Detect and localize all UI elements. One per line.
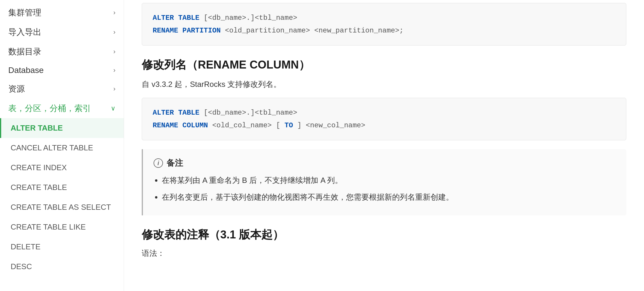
sidebar-item-resources[interactable]: 资源 ›	[0, 79, 124, 99]
sidebar: 集群管理 › 导入导出 › 数据目录 › Database › 资源 › 表，分…	[0, 0, 124, 291]
kw-rename-column: RENAME COLUMN	[153, 121, 208, 129]
param-new-col: <new_col_name>	[306, 121, 366, 129]
sidebar-subitem-cancel-alter-table[interactable]: CANCEL ALTER TABLE	[0, 138, 124, 158]
sidebar-item-resources-label: 资源	[8, 83, 25, 95]
param-old-col: <old_col_name>	[212, 121, 276, 129]
chevron-right-icon: ›	[113, 66, 115, 74]
param-to-close: ]	[297, 121, 306, 129]
param-rename-partition: <old_partition_name> <new_partition_name…	[225, 27, 404, 35]
sidebar-subitem-delete[interactable]: DELETE	[0, 237, 124, 257]
rename-column-description: 自 v3.3.2 起，StarRocks 支持修改列名。	[142, 78, 626, 91]
sidebar-subitem-create-table-like[interactable]: CREATE TABLE LIKE	[0, 217, 124, 237]
sidebar-subitem-create-table-as-select[interactable]: CREATE TABLE AS SELECT	[0, 197, 124, 217]
kw-rename-partition: RENAME PARTITION	[153, 27, 221, 35]
table-comment-heading: 修改表的注释（3.1 版本起）	[142, 227, 626, 242]
info-icon: i	[154, 158, 163, 168]
param-db-tbl-top: [<db_name>.]<tbl_name>	[204, 14, 297, 22]
note-title-text: 备注	[167, 157, 183, 169]
sidebar-subitem-alter-table[interactable]: ALTER TABLE	[0, 118, 124, 138]
param-db-tbl-2: [<db_name>.]<tbl_name>	[204, 109, 297, 117]
rename-column-heading: 修改列名（RENAME COLUMN）	[142, 57, 626, 72]
sidebar-item-data-catalog[interactable]: 数据目录 ›	[0, 42, 124, 61]
sidebar-item-data-catalog-label: 数据目录	[8, 46, 41, 57]
note-callout: i 备注 在将某列由 A 重命名为 B 后，不支持继续增加 A 列。 在列名变更…	[142, 149, 626, 215]
chevron-right-icon: ›	[113, 28, 115, 36]
note-title: i 备注	[154, 157, 616, 169]
sidebar-item-cluster-mgmt[interactable]: 集群管理 ›	[0, 3, 124, 22]
chevron-right-icon: ›	[113, 9, 115, 17]
sidebar-subitem-create-index[interactable]: CREATE INDEX	[0, 158, 124, 178]
sidebar-item-database[interactable]: Database ›	[0, 61, 124, 79]
kw-alter-2: ALTER TABLE	[153, 109, 199, 117]
sidebar-item-cluster-mgmt-label: 集群管理	[8, 7, 41, 18]
code-block-rename-column: ALTER TABLE [<db_name>.]<tbl_name> RENAM…	[142, 98, 626, 140]
sidebar-item-table-partition-label: 表，分区，分桶，索引	[8, 103, 91, 114]
main-content: ALTER TABLE [<db_name>.]<tbl_name> RENAM…	[124, 0, 644, 291]
note-bullet-1: 在将某列由 A 重命名为 B 后，不支持继续增加 A 列。	[162, 173, 616, 187]
chevron-right-icon: ›	[113, 48, 115, 56]
sidebar-item-database-label: Database	[8, 66, 44, 75]
chevron-down-icon: ∨	[111, 105, 115, 112]
syntax-label: 语法：	[142, 248, 626, 259]
chevron-right-icon: ›	[113, 85, 115, 93]
sidebar-subitem-desc[interactable]: DESC	[0, 257, 124, 277]
sidebar-subitem-create-table[interactable]: CREATE TABLE	[0, 178, 124, 197]
sidebar-item-import-export-label: 导入导出	[8, 27, 41, 38]
sidebar-item-table-partition[interactable]: 表，分区，分桶，索引 ∨	[0, 99, 124, 118]
note-bullet-2: 在列名变更后，基于该列创建的物化视图将不再生效，您需要根据新的列名重新创建。	[162, 190, 616, 204]
param-to-bracket: [	[276, 121, 285, 129]
note-list: 在将某列由 A 重命名为 B 后，不支持继续增加 A 列。 在列名变更后，基于该…	[154, 173, 616, 204]
kw-alter: ALTER TABLE	[153, 14, 199, 22]
kw-to: TO	[285, 121, 293, 129]
sidebar-item-import-export[interactable]: 导入导出 ›	[0, 22, 124, 42]
code-block-top: ALTER TABLE [<db_name>.]<tbl_name> RENAM…	[142, 3, 626, 45]
